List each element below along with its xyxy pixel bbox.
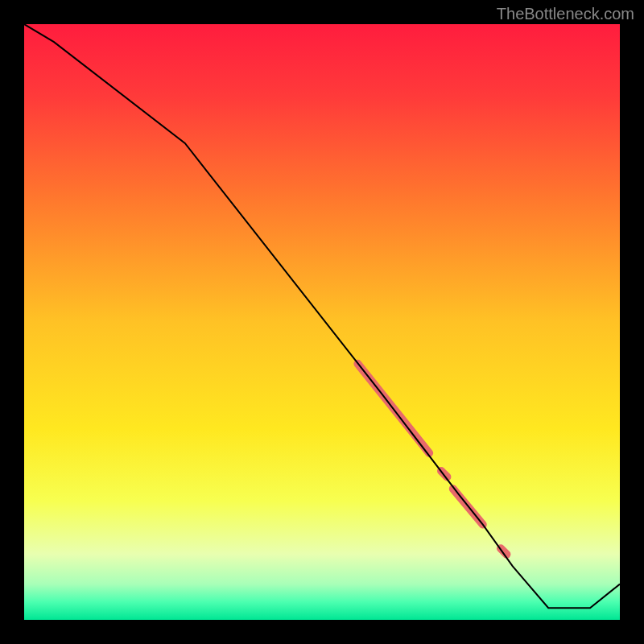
watermark-text: TheBottleneck.com <box>497 5 634 23</box>
bottleneck-curve <box>24 24 620 608</box>
plot-area <box>24 24 620 620</box>
line-layer <box>24 24 620 620</box>
